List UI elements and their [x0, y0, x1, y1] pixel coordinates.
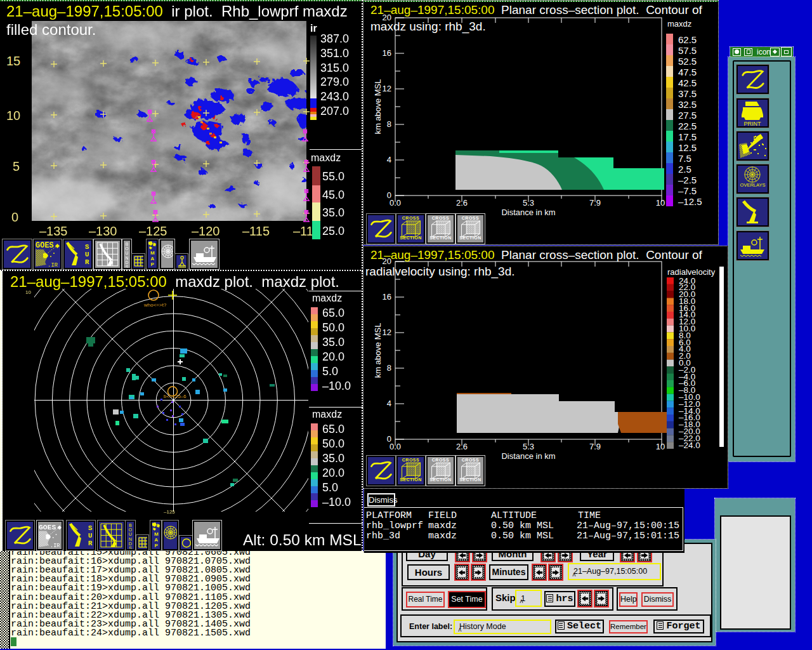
svg-text:U: U	[88, 532, 93, 540]
svg-text:P: P	[151, 262, 155, 267]
svg-text:GOES: GOES	[39, 524, 56, 531]
svg-text:S: S	[88, 524, 93, 532]
svg-text:R: R	[88, 540, 93, 547]
svg-text:U: U	[85, 251, 89, 258]
svg-text:U: U	[125, 251, 128, 255]
svg-text:D: D	[125, 260, 128, 265]
svg-text:.IR: .IR	[50, 543, 60, 549]
svg-text:A: A	[155, 537, 159, 543]
svg-text:N: N	[125, 256, 128, 260]
svg-text:O: O	[125, 246, 129, 251]
svg-text:N: N	[129, 537, 132, 541]
svg-text:O: O	[129, 527, 133, 532]
svg-text:S: S	[129, 546, 132, 549]
svg-text:–125: –125	[164, 509, 175, 515]
svg-text:who<=>t?: who<=>t?	[143, 302, 167, 308]
svg-text:D: D	[129, 541, 132, 546]
svg-text:B: B	[129, 523, 132, 527]
svg-text:R: R	[85, 258, 89, 266]
svg-text:b<–125–6: b<–125–6	[164, 394, 187, 399]
svg-text:U: U	[129, 532, 132, 536]
svg-text:S: S	[85, 243, 89, 251]
svg-text:S: S	[126, 265, 129, 268]
svg-text:B: B	[126, 242, 129, 246]
svg-text:M: M	[154, 531, 159, 537]
svg-text:M: M	[150, 250, 155, 256]
svg-text:GOES: GOES	[36, 241, 54, 250]
svg-text:A: A	[151, 256, 155, 262]
svg-text:.IR: .IR	[48, 262, 58, 268]
svg-text:P: P	[155, 543, 159, 548]
svg-text:PRINT: PRINT	[744, 121, 762, 126]
